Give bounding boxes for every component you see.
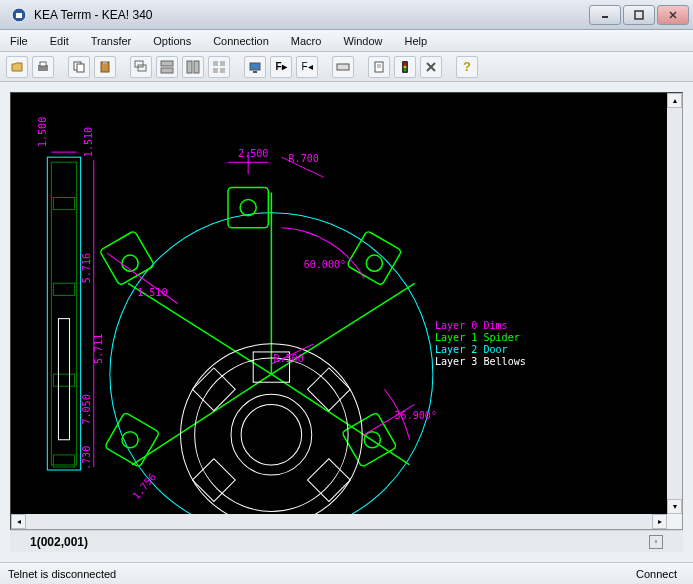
menu-file[interactable]: File <box>6 33 32 49</box>
svg-rect-48 <box>99 231 154 286</box>
svg-rect-38 <box>53 283 74 295</box>
minimize-button[interactable] <box>589 5 621 25</box>
menubar: File Edit Transfer Options Connection Ma… <box>0 30 693 52</box>
svg-rect-17 <box>194 61 199 73</box>
display-icon <box>248 60 262 74</box>
statusbar: Telnet is disconnected Connect <box>0 562 693 584</box>
svg-rect-11 <box>103 61 107 64</box>
terminal-canvas[interactable]: 1.500 1.510 2.500 R.700 5.716 5.711 1.51… <box>10 92 683 530</box>
titlebar[interactable]: KEA Terrm - KEA! 340 <box>0 0 693 30</box>
menu-window[interactable]: Window <box>339 33 386 49</box>
svg-point-31 <box>404 62 407 65</box>
window-title: KEA Terrm - KEA! 340 <box>34 8 589 22</box>
close-button[interactable] <box>657 5 689 25</box>
app-icon <box>10 6 28 24</box>
dim-2500: 2.500 <box>238 148 268 159</box>
font-italic-icon: F◂ <box>301 61 312 72</box>
tile-h-icon <box>160 60 174 74</box>
indicator-icon[interactable]: ▫ <box>649 535 663 549</box>
svg-point-56 <box>231 394 312 475</box>
paste-button[interactable] <box>94 56 116 78</box>
svg-rect-13 <box>138 65 146 71</box>
scroll-corner <box>667 514 682 529</box>
menu-edit[interactable]: Edit <box>46 33 73 49</box>
svg-rect-44 <box>228 187 268 227</box>
font-italic-button[interactable]: F◂ <box>296 56 318 78</box>
dim-1756: 1.756 <box>130 471 158 501</box>
tile-v-icon <box>186 60 200 74</box>
svg-rect-59 <box>307 368 350 411</box>
dim-5711: 5.711 <box>93 334 104 364</box>
toolbar: F▸ F◂ ? <box>0 52 693 82</box>
traffic-icon <box>398 60 412 74</box>
content-area: 1.500 1.510 2.500 R.700 5.716 5.711 1.51… <box>0 82 693 562</box>
dim-ang60: 60.000° <box>304 259 346 270</box>
svg-rect-16 <box>187 61 192 73</box>
dim-730: .730 <box>81 446 92 470</box>
svg-rect-9 <box>77 64 84 72</box>
svg-point-57 <box>241 404 302 465</box>
display-button[interactable] <box>244 56 266 78</box>
dim-1510: 1.510 <box>83 127 94 157</box>
help-icon: ? <box>463 59 471 74</box>
svg-rect-62 <box>192 368 235 411</box>
svg-point-49 <box>240 200 256 216</box>
tile1-button[interactable] <box>156 56 178 78</box>
print-button[interactable] <box>32 56 54 78</box>
print-icon <box>36 60 50 74</box>
tile2-button[interactable] <box>182 56 204 78</box>
legend-layer3: Layer 3 Bellows <box>435 356 526 367</box>
font-bold-button[interactable]: F▸ <box>270 56 292 78</box>
cascade-icon <box>134 60 148 74</box>
open-button[interactable] <box>6 56 28 78</box>
dim-r500: R.500 <box>273 353 303 364</box>
maximize-button[interactable] <box>623 5 655 25</box>
svg-rect-1 <box>16 13 22 18</box>
svg-rect-14 <box>161 61 173 66</box>
svg-rect-12 <box>135 61 143 67</box>
vertical-scrollbar[interactable]: ▴ ▾ <box>667 93 682 514</box>
tile-g-icon <box>212 60 226 74</box>
keyboard-icon <box>336 60 350 74</box>
svg-rect-41 <box>58 319 69 440</box>
scroll-up-button[interactable]: ▴ <box>667 93 682 108</box>
svg-rect-45 <box>347 231 402 286</box>
svg-point-55 <box>195 358 348 511</box>
svg-rect-47 <box>105 412 160 467</box>
paste-icon <box>98 60 112 74</box>
dim-7050: 7.050 <box>81 394 92 424</box>
help-button[interactable]: ? <box>456 56 478 78</box>
cancel-icon <box>424 60 438 74</box>
scroll-left-button[interactable]: ◂ <box>11 514 26 529</box>
menu-help[interactable]: Help <box>401 33 432 49</box>
script-button[interactable] <box>368 56 390 78</box>
script-icon <box>372 60 386 74</box>
menu-connection[interactable]: Connection <box>209 33 273 49</box>
menu-transfer[interactable]: Transfer <box>87 33 136 49</box>
cascade-button[interactable] <box>130 56 152 78</box>
svg-point-32 <box>404 65 407 68</box>
svg-rect-60 <box>307 459 350 502</box>
menu-options[interactable]: Options <box>149 33 195 49</box>
svg-rect-24 <box>337 64 349 70</box>
scroll-right-button[interactable]: ▸ <box>652 514 667 529</box>
dim-5716: 5.716 <box>81 253 92 283</box>
keyboard-button[interactable] <box>332 56 354 78</box>
tile3-button[interactable] <box>208 56 230 78</box>
connect-button[interactable]: Connect <box>628 568 685 580</box>
menu-macro[interactable]: Macro <box>287 33 326 49</box>
dim-ang36: 36.900° <box>395 410 437 421</box>
open-icon <box>10 60 24 74</box>
svg-rect-42 <box>47 157 80 470</box>
copy-button[interactable] <box>68 56 90 78</box>
svg-rect-22 <box>250 63 260 70</box>
svg-rect-39 <box>53 374 74 386</box>
dim-r700: R.700 <box>289 153 319 164</box>
window-controls <box>589 5 689 25</box>
horizontal-scrollbar[interactable]: ◂ ▸ <box>11 514 682 529</box>
svg-rect-7 <box>40 62 46 66</box>
scroll-down-button[interactable]: ▾ <box>667 499 682 514</box>
cancel-button[interactable] <box>420 56 442 78</box>
traffic-button[interactable] <box>394 56 416 78</box>
font-bold-icon: F▸ <box>275 61 286 72</box>
